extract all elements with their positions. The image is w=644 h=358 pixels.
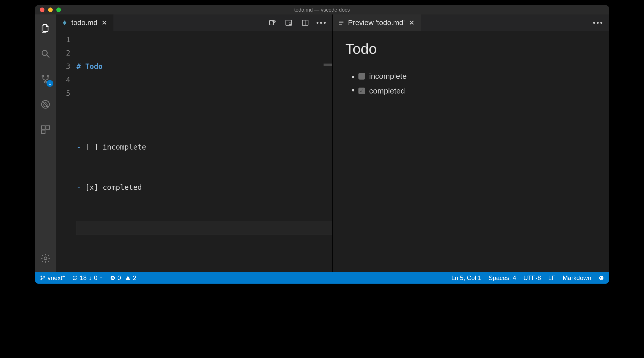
- code-editor[interactable]: 1 2 3 4 5 # Todo - [ ] incomplete: [56, 31, 332, 272]
- line-number: 2: [56, 46, 70, 60]
- code-line[interactable]: - [ ] incomplete: [76, 141, 332, 154]
- editor-group-source: todo.md ✕ •••: [56, 14, 333, 272]
- window-controls: [35, 7, 61, 12]
- svg-point-27: [128, 279, 128, 279]
- git-branch-status[interactable]: vnext*: [40, 274, 65, 282]
- maximize-window-button[interactable]: [56, 7, 61, 12]
- extensions-button[interactable]: [39, 123, 52, 136]
- sync-icon: [72, 275, 78, 281]
- preview-heading: Todo: [346, 40, 596, 62]
- encoding-status[interactable]: UTF-8: [523, 274, 541, 282]
- cursor-position-status[interactable]: Ln 5, Col 1: [451, 274, 481, 282]
- tab-label: Preview 'todo.md': [348, 19, 405, 27]
- md-checkbox: [ ]: [85, 141, 98, 154]
- line-number: 1: [56, 33, 70, 46]
- preview-item-text: incomplete: [369, 69, 407, 83]
- md-checkbox: [x]: [85, 181, 98, 194]
- problems-status[interactable]: 0 2: [110, 274, 136, 282]
- close-tab-button[interactable]: ✕: [408, 19, 415, 26]
- svg-point-11: [44, 257, 47, 260]
- svg-point-21: [41, 279, 42, 280]
- md-heading-hash: #: [76, 60, 81, 73]
- git-branch-icon: [40, 275, 45, 281]
- no-bug-icon: [40, 99, 51, 110]
- preview-list: incomplete ✓ completed: [346, 69, 596, 98]
- status-bar: vnext* 18↓ 0↑ 0 2 Ln 5, Col 1 Spaces: 4 …: [35, 272, 609, 284]
- minimize-window-button[interactable]: [48, 7, 53, 12]
- editor-groups: todo.md ✕ •••: [56, 14, 609, 272]
- more-actions-button[interactable]: •••: [594, 18, 603, 27]
- code-line[interactable]: - [x] completed: [76, 181, 332, 194]
- svg-point-20: [41, 276, 42, 277]
- line-number: 4: [56, 73, 70, 87]
- code-line-current[interactable]: [76, 221, 332, 235]
- preview-icon: [285, 19, 293, 27]
- svg-point-2: [42, 75, 44, 77]
- explorer-button[interactable]: [39, 22, 52, 35]
- editor-actions-preview: •••: [594, 14, 609, 31]
- line-gutter: 1 2 3 4 5: [56, 31, 76, 272]
- split-icon: [301, 19, 309, 27]
- error-icon: [110, 275, 116, 281]
- source-control-button[interactable]: 1: [39, 73, 52, 85]
- editor-group-preview: Preview 'todo.md' ✕ ••• Todo incomplete: [333, 14, 609, 272]
- minimap-viewport[interactable]: [324, 64, 332, 66]
- code-content[interactable]: # Todo - [ ] incomplete - [x] completed: [76, 31, 332, 272]
- code-line[interactable]: # Todo: [76, 60, 332, 73]
- close-tab-button[interactable]: ✕: [101, 19, 108, 26]
- search-button[interactable]: [39, 48, 52, 60]
- md-text: completed: [103, 181, 142, 194]
- svg-point-3: [47, 75, 49, 77]
- split-editor-button[interactable]: [301, 18, 310, 27]
- scm-badge: 1: [47, 80, 53, 87]
- md-list-dash: -: [76, 141, 81, 154]
- svg-point-22: [44, 277, 45, 278]
- sync-incoming: 18: [80, 274, 87, 282]
- close-window-button[interactable]: [40, 7, 44, 12]
- smiley-icon: [599, 275, 604, 281]
- svg-line-14: [274, 21, 275, 22]
- svg-rect-9: [46, 126, 49, 129]
- svg-line-1: [47, 55, 49, 58]
- more-actions-button[interactable]: •••: [317, 18, 326, 27]
- checkbox-checked-icon[interactable]: ✓: [358, 88, 365, 94]
- svg-rect-8: [42, 126, 45, 129]
- extensions-icon: [40, 124, 51, 135]
- arrow-up-icon: ↑: [99, 274, 103, 282]
- svg-rect-10: [42, 130, 45, 134]
- svg-point-4: [44, 81, 46, 83]
- editor-actions-source: •••: [268, 14, 332, 31]
- tab-row-preview: Preview 'todo.md' ✕ •••: [333, 14, 609, 31]
- markdown-preview[interactable]: Todo incomplete ✓ completed: [333, 31, 609, 272]
- language-mode-status[interactable]: Markdown: [563, 274, 591, 282]
- svg-point-29: [600, 277, 601, 278]
- feedback-button[interactable]: [599, 275, 604, 281]
- tab-label: todo.md: [71, 19, 97, 27]
- checkbox-unchecked-icon[interactable]: [358, 73, 365, 80]
- svg-line-7: [42, 101, 48, 107]
- indentation-status[interactable]: Spaces: 4: [489, 274, 516, 282]
- tab-preview-todo-md[interactable]: Preview 'todo.md' ✕: [333, 14, 421, 31]
- sync-outgoing: 0: [94, 274, 97, 282]
- warning-count: 2: [133, 274, 136, 282]
- warning-icon: [125, 275, 131, 281]
- titlebar: todo.md — vscode-docs: [35, 5, 609, 14]
- preview-list-item: incomplete: [358, 69, 596, 83]
- tab-todo-md[interactable]: todo.md ✕: [56, 14, 113, 31]
- debug-button[interactable]: [39, 98, 52, 111]
- files-icon: [40, 23, 51, 34]
- svg-point-28: [599, 276, 604, 280]
- line-number: 3: [56, 60, 70, 73]
- md-heading-text: Todo: [85, 60, 103, 73]
- svg-point-30: [602, 277, 602, 278]
- eol-status[interactable]: LF: [548, 274, 555, 282]
- settings-button[interactable]: [39, 252, 52, 264]
- tab-row-source: todo.md ✕ •••: [56, 14, 332, 31]
- window-title: todo.md — vscode-docs: [35, 7, 609, 13]
- code-line[interactable]: [76, 100, 332, 114]
- main-area: 1 todo.md: [35, 14, 609, 272]
- open-changes-button[interactable]: [268, 18, 277, 27]
- open-preview-button[interactable]: [284, 18, 293, 27]
- search-icon: [40, 49, 51, 59]
- sync-status[interactable]: 18↓ 0↑: [72, 274, 103, 282]
